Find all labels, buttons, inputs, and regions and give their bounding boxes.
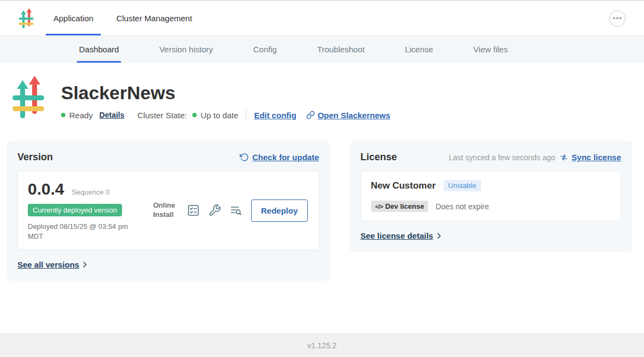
license-type-badge: </> Dev license [371, 201, 429, 212]
version-number: 0.0.4 [28, 180, 64, 198]
brand-logo [0, 1, 46, 35]
version-action-icons [187, 204, 242, 217]
top-nav-tabs: Application Cluster Management [46, 1, 208, 35]
redeploy-button[interactable]: Redeploy [251, 199, 308, 222]
license-type-label: Dev license [385, 202, 424, 210]
see-license-details-link[interactable]: See license details [361, 231, 443, 240]
version-card-header: Version Check for update [17, 152, 319, 163]
page-title: SlackerNews [61, 82, 390, 104]
see-all-versions-link[interactable]: See all versions [17, 260, 89, 269]
sync-license-link[interactable]: Sync license [560, 153, 621, 162]
chevron-right-icon [435, 232, 443, 240]
app-status-text: Ready [69, 111, 93, 120]
slackernews-app-icon [12, 76, 45, 119]
version-info: 0.0.4 Sequence 0 Currently deployed vers… [28, 180, 153, 241]
open-app-label: Open Slackernews [318, 111, 390, 120]
tab-version-history[interactable]: Version history [159, 36, 212, 63]
sync-icon [560, 153, 568, 162]
tab-troubleshoot[interactable]: Troubleshoot [317, 36, 364, 63]
tab-license[interactable]: License [405, 36, 433, 63]
license-header-right: Last synced a few seconds ago Sync licen… [449, 153, 621, 162]
link-icon [306, 111, 315, 119]
footer-bar: v1.125.2 [0, 334, 644, 357]
license-detail-card: New Customer Unstable </> Dev license Do… [361, 171, 621, 221]
more-menu-button[interactable]: ⋯ [609, 10, 625, 27]
deployed-status-badge: Currently deployed version [28, 204, 122, 216]
license-card: License Last synced a few seconds ago Sy… [350, 141, 632, 252]
console-version: v1.125.2 [307, 341, 337, 350]
tab-view-files[interactable]: View files [473, 36, 508, 63]
slackernews-logo-icon [19, 8, 34, 29]
cluster-state-label: Cluster State: [137, 111, 187, 120]
version-card-title: Version [17, 152, 53, 163]
main-content: SlackerNews Ready Details Cluster State:… [0, 63, 644, 334]
details-link[interactable]: Details [99, 111, 124, 119]
view-files-icon[interactable] [229, 204, 242, 217]
app-sub-nav: Dashboard Version history Config Trouble… [0, 36, 644, 63]
see-all-versions-label: See all versions [17, 260, 79, 269]
open-app-link[interactable]: Open Slackernews [306, 111, 390, 120]
edit-config-icon[interactable] [208, 204, 221, 217]
refresh-icon [240, 153, 249, 162]
version-number-row: 0.0.4 Sequence 0 [28, 180, 153, 198]
sequence-label: Sequence 0 [72, 188, 110, 196]
license-card-title: License [361, 152, 397, 163]
top-nav-bar: Application Cluster Management ⋯ [0, 1, 644, 36]
install-type-label: Online Install [153, 201, 178, 220]
license-customer-row: New Customer Unstable [371, 180, 611, 191]
check-for-update-label: Check for update [252, 153, 319, 162]
code-icon: </> [375, 203, 383, 210]
cluster-state-value: Up to date [201, 111, 238, 120]
app-header-text: SlackerNews Ready Details Cluster State:… [61, 75, 390, 120]
chevron-right-icon [81, 261, 89, 269]
see-license-details-label: See license details [361, 231, 433, 240]
tab-dashboard[interactable]: Dashboard [79, 36, 119, 63]
license-card-header: License Last synced a few seconds ago Sy… [361, 152, 621, 163]
dashboard-cards: Version Check for update 0.0.4 Sequence [7, 141, 632, 281]
license-type-row: </> Dev license Does not expire [371, 201, 611, 212]
preflight-checks-icon[interactable] [187, 204, 200, 217]
app-header: SlackerNews Ready Details Cluster State:… [12, 75, 644, 120]
tab-config[interactable]: Config [253, 36, 277, 63]
top-tab-application[interactable]: Application [46, 1, 101, 35]
version-card: Version Check for update 0.0.4 Sequence [7, 141, 330, 281]
deployed-timestamp: Deployed 08/15/25 @ 03:54 pm MDT [28, 222, 141, 241]
sync-license-label: Sync license [572, 153, 621, 162]
current-version-card: 0.0.4 Sequence 0 Currently deployed vers… [17, 171, 319, 250]
version-actions: Online Install [153, 199, 309, 222]
customer-name: New Customer [371, 180, 436, 191]
admin-console-page: Application Cluster Management ⋯ Dashboa… [0, 0, 644, 357]
edit-config-link[interactable]: Edit config [254, 111, 296, 120]
app-status-row: Ready Details Cluster State: Up to date … [61, 110, 390, 120]
cluster-status-dot [192, 113, 197, 117]
status-divider [246, 110, 246, 120]
ready-status-dot [61, 113, 65, 117]
channel-badge: Unstable [443, 180, 481, 191]
top-tab-cluster-management[interactable]: Cluster Management [108, 1, 199, 35]
license-expiration: Does not expire [435, 202, 489, 211]
last-synced-text: Last synced a few seconds ago [449, 153, 555, 162]
app-icon [12, 76, 45, 120]
check-for-update-link[interactable]: Check for update [240, 153, 319, 162]
ellipsis-icon: ⋯ [613, 14, 622, 23]
